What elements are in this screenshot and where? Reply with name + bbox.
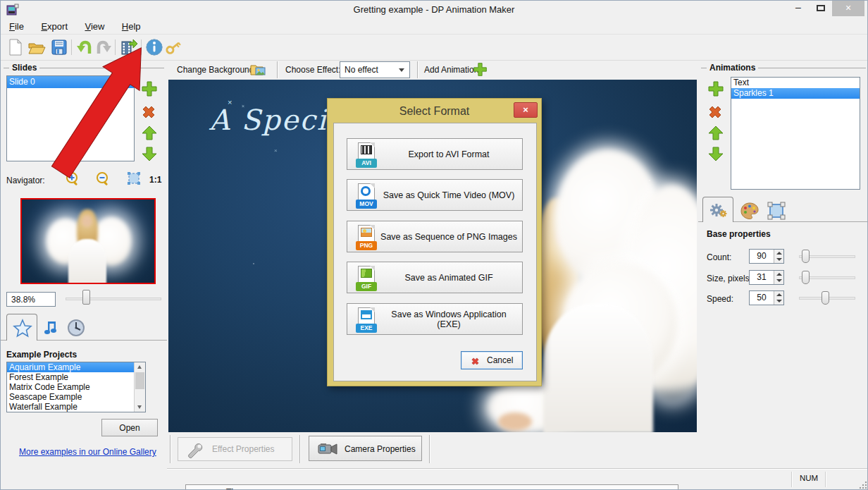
animations-group-label: Animations xyxy=(701,63,866,73)
menu-file[interactable]: File xyxy=(9,19,24,32)
add-animation-button[interactable]: Add Animation xyxy=(424,65,478,75)
new-document-icon[interactable] xyxy=(6,38,25,56)
size-slider-thumb[interactable] xyxy=(802,271,810,284)
base-properties-title: Base properties xyxy=(707,229,771,239)
select-format-dialog: Select Format × AVI Export to AVI Format… xyxy=(327,98,542,386)
selection-rect-icon xyxy=(767,201,786,221)
num-lock-indicator: NUM xyxy=(800,474,818,482)
png-file-icon: PNG xyxy=(356,225,377,250)
count-spinner[interactable]: 90 xyxy=(749,249,784,264)
girl-hand xyxy=(498,412,532,431)
effect-combobox[interactable]: No effect xyxy=(340,61,410,78)
change-background-button[interactable]: Change Background xyxy=(177,65,254,75)
count-label: Count: xyxy=(707,252,731,262)
minimize-button[interactable]: – xyxy=(788,1,808,16)
bottom-separator xyxy=(429,435,430,463)
window-title: Gretting example - DP Animation Maker xyxy=(1,4,867,15)
dialog-close-button[interactable]: × xyxy=(514,102,538,118)
save-exe-button[interactable]: EXE Save as Windows Application (EXE) xyxy=(347,303,523,335)
thumbnail-girl-dress xyxy=(68,239,106,284)
animations-list[interactable]: Text Sparkles 1 xyxy=(731,77,860,190)
key-icon[interactable] xyxy=(164,38,182,56)
avi-file-icon: AVI xyxy=(356,142,377,168)
cancel-button[interactable]: Cancel xyxy=(461,351,523,369)
example-project-item[interactable]: Aquarium Example xyxy=(7,362,145,372)
example-projects-scrollbar[interactable] xyxy=(134,362,145,412)
move-animation-up-button[interactable] xyxy=(707,125,724,142)
tab-base-properties[interactable] xyxy=(702,197,733,222)
dialog-title: Select Format xyxy=(328,105,541,118)
bottom-separator xyxy=(170,435,170,463)
example-projects-title: Example Projects xyxy=(6,350,77,360)
bottom-separator xyxy=(299,435,300,463)
example-project-item[interactable]: Forest Example xyxy=(7,372,145,382)
gif-file-icon: GIF xyxy=(356,266,377,291)
tab-timing[interactable] xyxy=(66,318,87,339)
save-mov-button[interactable]: MOV Save as Quick Time Video (MOV) xyxy=(347,179,523,211)
open-project-button[interactable]: Open xyxy=(101,419,158,436)
export-avi-button[interactable]: AVI Export to AVI Format xyxy=(347,138,523,170)
status-divider xyxy=(791,472,792,487)
save-png-sequence-button[interactable]: PNG Save as Sequence of PNG Images xyxy=(347,221,523,252)
animation-list-item[interactable]: Text xyxy=(731,78,860,88)
close-button[interactable]: × xyxy=(832,1,864,16)
application-window: Gretting example - DP Animation Maker – … xyxy=(0,0,868,490)
star-icon xyxy=(13,319,32,337)
example-projects-list[interactable]: Aquarium Example Forest Example Matrix C… xyxy=(6,362,146,412)
delete-animation-button[interactable] xyxy=(706,103,724,121)
sparkle-cross: × xyxy=(274,147,278,154)
zoom-slider-thumb[interactable] xyxy=(82,290,90,305)
status-divider xyxy=(825,472,826,487)
wrench-icon xyxy=(187,442,205,458)
exe-file-icon: EXE xyxy=(356,307,377,333)
mov-file-icon: MOV xyxy=(356,183,377,209)
example-project-item[interactable]: Matrix Code Example xyxy=(7,382,145,392)
girl-dress xyxy=(543,304,653,432)
slide-thumbnail[interactable] xyxy=(20,198,156,284)
bar-separator xyxy=(417,61,418,78)
tab-music[interactable] xyxy=(40,318,61,339)
animation-list-item[interactable]: Sparkles 1 xyxy=(731,88,860,99)
cancel-x-icon xyxy=(470,356,480,367)
example-project-item[interactable]: Seascape Example xyxy=(7,392,145,402)
add-animation-list-button[interactable] xyxy=(707,80,725,98)
effect-properties-button[interactable]: Effect Properties xyxy=(178,437,292,461)
add-animation-plus-icon[interactable] xyxy=(472,61,488,78)
size-label: Size, pixels: xyxy=(707,274,752,283)
palette-icon xyxy=(740,202,760,220)
chevron-down-icon xyxy=(399,68,404,72)
tab-placement[interactable] xyxy=(766,201,787,221)
save-gif-button[interactable]: GIF Save as Animated GIF xyxy=(347,262,523,293)
example-project-item[interactable]: Waterfall Example xyxy=(7,402,145,412)
online-gallery-link[interactable]: More examples in our Online Gallery xyxy=(19,447,156,457)
maximize-button[interactable] xyxy=(811,1,831,16)
resize-grip[interactable] xyxy=(859,481,867,489)
speed-label: Speed: xyxy=(707,294,733,304)
music-note-icon xyxy=(42,319,60,337)
scrollbar-down-arrow[interactable] xyxy=(135,403,145,412)
spinner-arrows[interactable] xyxy=(774,291,783,305)
clock-icon xyxy=(67,319,85,337)
zoom-slider-track[interactable] xyxy=(66,298,161,300)
spinner-arrows[interactable] xyxy=(774,271,783,284)
tab-animations-presets[interactable] xyxy=(6,314,37,341)
speed-spinner[interactable]: 50 xyxy=(749,290,784,305)
red-annotation-arrow xyxy=(39,29,159,180)
scrollbar-thumb[interactable] xyxy=(135,372,144,389)
speed-slider-thumb[interactable] xyxy=(822,291,829,305)
bar-separator xyxy=(277,61,278,78)
camera-properties-button[interactable]: Camera Properties xyxy=(309,436,422,461)
camcorder-icon xyxy=(318,443,337,455)
thumbnail-girl-face xyxy=(82,215,92,227)
change-background-icon[interactable] xyxy=(250,62,267,78)
tips-window-partial: Tips xyxy=(185,484,678,490)
spinner-arrows[interactable] xyxy=(774,250,783,263)
zoom-value-field[interactable]: 38.8% xyxy=(6,292,56,307)
star-dot xyxy=(253,263,254,264)
scrollbar-up-arrow[interactable] xyxy=(135,362,145,372)
size-spinner[interactable]: 31 xyxy=(749,270,784,285)
count-slider-thumb[interactable] xyxy=(802,250,810,263)
move-animation-down-button[interactable] xyxy=(707,145,724,162)
tab-colors[interactable] xyxy=(739,201,760,221)
title-bar: Gretting example - DP Animation Maker – … xyxy=(1,1,867,19)
